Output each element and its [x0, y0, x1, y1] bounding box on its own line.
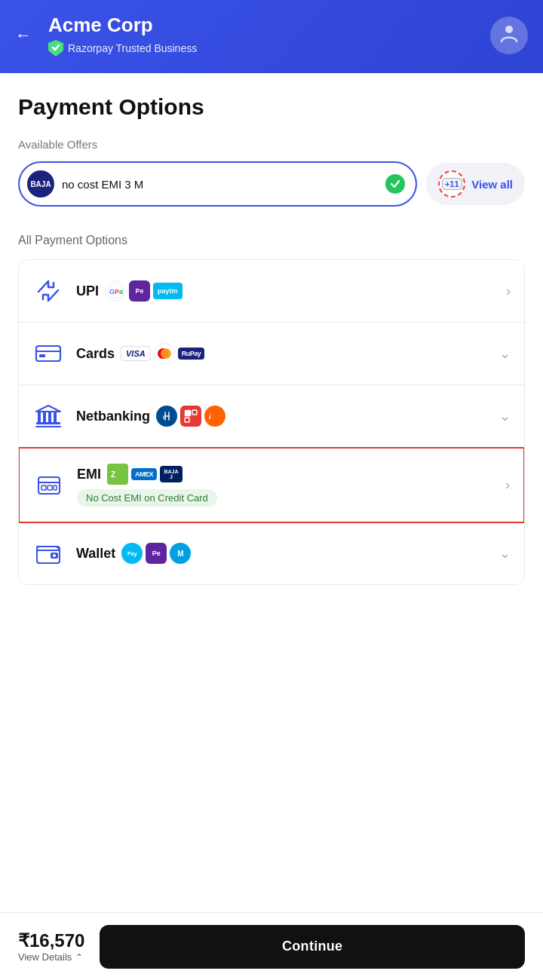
checkmark-icon	[390, 179, 400, 189]
upi-chevron: ›	[506, 283, 511, 299]
view-details-label: View Details	[18, 951, 72, 963]
back-button[interactable]: ←	[15, 26, 38, 45]
svg-rect-9	[48, 412, 51, 422]
price-amount: ₹16,570	[18, 930, 84, 951]
cards-title-row: Cards VISA RuPay	[76, 343, 487, 364]
svg-rect-24	[48, 485, 52, 490]
icici-icon: i	[207, 408, 223, 424]
federal-icon	[183, 408, 199, 424]
view-all-label: View all	[471, 178, 513, 191]
svg-text:Z: Z	[111, 470, 115, 479]
svg-point-0	[505, 26, 513, 33]
offer-logo: BAJA	[27, 170, 54, 198]
svg-rect-5	[39, 354, 45, 357]
view-details-button[interactable]: View Details ⌃	[18, 951, 84, 963]
offers-row: BAJA no cost EMI 3 M +11 View all	[18, 161, 525, 207]
netbanking-label: Netbanking	[76, 409, 150, 424]
view-all-chip[interactable]: +11 View all	[426, 163, 525, 205]
payment-option-netbanking[interactable]: Netbanking i	[19, 385, 524, 448]
emi-icon-wrap	[33, 470, 65, 501]
svg-marker-6	[36, 406, 60, 412]
netbanking-title-row: Netbanking i	[76, 406, 487, 427]
svg-rect-10	[54, 412, 57, 422]
paytm-logo: paytm	[153, 283, 183, 299]
offers-label: Available Offers	[18, 138, 525, 151]
price-section: ₹16,570 View Details ⌃	[18, 930, 84, 963]
all-options-label: All Payment Options	[18, 234, 525, 247]
upi-logos: GPay Pe paytm	[105, 280, 183, 302]
emi-title-row: EMI Z AMEX	[77, 464, 493, 485]
svg-rect-8	[43, 412, 46, 422]
header-subtitle: Razorpay Trusted Business	[48, 40, 480, 57]
cards-label: Cards	[76, 346, 115, 362]
zest-logo: Z	[107, 464, 128, 485]
continue-button[interactable]: Continue	[100, 925, 525, 969]
app-header: ← Acme Corp Razorpay Trusted Business	[0, 0, 543, 73]
payment-option-upi[interactable]: UPI GPay Pe	[19, 260, 524, 323]
wallet-chevron: ⌄	[499, 545, 511, 562]
payment-option-cards[interactable]: Cards VISA RuPay ⌄	[19, 323, 524, 385]
upi-icon	[34, 278, 63, 304]
offer-logo-text: BAJA	[30, 180, 51, 188]
main-content: Payment Options Available Offers BAJA no…	[0, 73, 543, 919]
selected-offer-chip[interactable]: BAJA no cost EMI 3 M	[18, 161, 417, 207]
mastercard-logo	[154, 343, 175, 364]
page-title: Payment Options	[18, 94, 525, 120]
hdfc-logo: i	[156, 406, 177, 427]
netbanking-icon-wrap	[32, 400, 64, 432]
razorpay-badge	[48, 40, 63, 57]
netbanking-logos: i	[156, 406, 225, 427]
details-chevron-icon: ⌃	[75, 952, 83, 963]
upi-icon-wrap	[32, 275, 64, 307]
gpay-icon: GPay	[107, 283, 124, 299]
rupay-logo: RuPay	[178, 348, 205, 360]
svg-text:i: i	[163, 415, 164, 420]
icici-logo: i	[204, 406, 225, 427]
merchant-name: Acme Corp	[48, 14, 480, 37]
user-icon	[499, 22, 520, 48]
emi-icon	[36, 473, 62, 498]
payment-option-wallet[interactable]: Wallet Pay Pe M	[19, 522, 524, 584]
svg-point-30	[53, 554, 56, 557]
wallet-icon	[35, 542, 61, 565]
wallet-title-row: Wallet Pay Pe M	[76, 543, 487, 564]
phonepe-wallet-logo: Pe	[146, 543, 167, 564]
wallet-icon-wrap	[32, 537, 64, 569]
visa-logo: VISA	[121, 346, 151, 361]
hdfc-icon: i	[159, 409, 174, 424]
card-icon	[35, 343, 62, 364]
no-cost-emi-tag: No Cost EMI on Credit Card	[77, 489, 217, 507]
bajaj-logo: BAJAJ	[160, 466, 183, 482]
upi-info: UPI GPay Pe	[76, 280, 494, 302]
card-logos: VISA RuPay	[121, 343, 204, 364]
svg-rect-3	[36, 346, 60, 361]
cards-chevron: ⌄	[499, 345, 511, 362]
netbanking-chevron: ⌄	[499, 408, 511, 424]
zest-icon: Z	[109, 466, 126, 482]
offer-count: +11	[442, 178, 462, 190]
svg-text:GPay: GPay	[109, 288, 124, 296]
phonepe-logo: Pe	[129, 280, 150, 302]
emi-chevron: ›	[505, 477, 510, 493]
gpay-logo: GPay	[105, 280, 126, 302]
trusted-label: Razorpay Trusted Business	[68, 42, 197, 54]
upi-label: UPI	[76, 283, 99, 299]
wallet-info: Wallet Pay Pe M	[76, 543, 487, 564]
upi-title-row: UPI GPay Pe	[76, 280, 494, 302]
cards-info: Cards VISA RuPay	[76, 343, 487, 364]
svg-rect-23	[41, 485, 46, 490]
svg-rect-25	[54, 485, 57, 490]
bank-icon	[35, 404, 62, 428]
wallet-label: Wallet	[76, 546, 115, 562]
header-info: Acme Corp Razorpay Trusted Business	[48, 14, 480, 57]
person-icon	[499, 22, 520, 43]
mobikwik-logo: M	[170, 543, 191, 564]
shield-icon	[48, 40, 63, 57]
federal-logo	[180, 406, 201, 427]
payment-option-emi[interactable]: EMI Z AMEX	[18, 447, 525, 523]
offer-count-badge: +11	[438, 170, 465, 198]
amex-logo: AMEX	[131, 468, 157, 480]
netbanking-info: Netbanking i	[76, 406, 487, 427]
user-avatar[interactable]	[490, 17, 528, 54]
cards-icon-wrap	[32, 338, 64, 369]
